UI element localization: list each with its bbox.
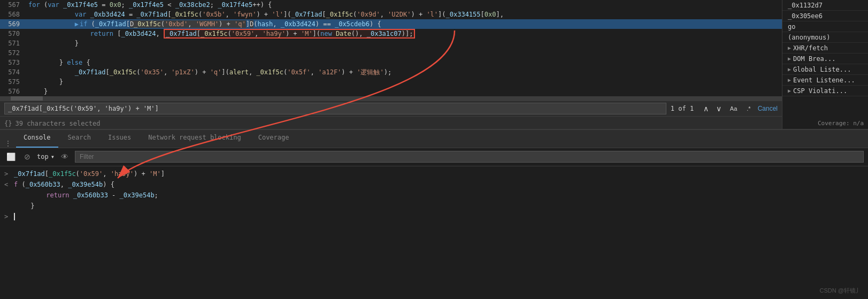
right-panel: _0x1132d7 _0x305ee6 go (anonymous) ▶ XHR… [782, 0, 868, 129]
devtools-menu-icon[interactable]: ⋮ [4, 139, 12, 148]
code-line-569: 569 ▶if (_0x7f1ad[D_0x1f5c('0xbd', 'WGMH… [0, 19, 782, 29]
code-line-573: 573 } else { [0, 58, 782, 67]
search-input[interactable] [4, 103, 666, 114]
search-count: 1 of 1 [671, 105, 697, 112]
chevron-right-icon: ▶ [788, 88, 791, 94]
tab-console[interactable]: Console [16, 128, 58, 148]
right-item-label: Global Liste... [793, 66, 851, 73]
tab-label: Issues [108, 134, 131, 141]
line-content: var _0xb3d424 = _0x7f1ad[_0x1f5c('0x5b',… [24, 11, 782, 18]
chars-selected-bar: {} 39 characters selected [0, 117, 782, 129]
code-line-574: 574 _0x7f1ad[_0x1f5c('0x35', 'p1xZ') + '… [0, 67, 782, 77]
code-line-567: 567 for (var _0x17f4e5 = 0x0; _0x17f4e5 … [0, 0, 782, 10]
console-toolbar: ⬜ ⊘ top ▾ 👁 [0, 148, 868, 166]
line-number: 575 [0, 78, 24, 86]
code-lines: 567 for (var _0x17f4e5 = 0x0; _0x17f4e5 … [0, 0, 782, 96]
output-prompt: < [4, 180, 11, 189]
chars-selected-text: 39 characters selected [15, 120, 100, 127]
console-output: > _0x7f1ad[_0x1f5c('0x59', 'ha9y') + 'M'… [0, 166, 868, 300]
right-item-label: XHR/fetch [793, 44, 828, 52]
line-content: } [24, 40, 782, 47]
right-item-csp[interactable]: ▶ CSP Violati... [782, 86, 868, 96]
search-down-button[interactable]: ∨ [715, 104, 723, 113]
right-item-xhr[interactable]: ▶ XHR/fetch [782, 43, 868, 53]
output-indent [4, 190, 12, 200]
tab-label: Console [24, 134, 51, 141]
line-number: 572 [0, 49, 24, 57]
line-content: } [24, 78, 782, 86]
console-output-line-1: < f (_0x560b33, _0x39e54b) { [0, 179, 868, 190]
search-bar: 1 of 1 ∧ ∨ Aa .* Cancel [0, 101, 782, 117]
right-item-dom-break[interactable]: ▶ DOM Brea... [782, 53, 868, 64]
horizontal-scrollbar[interactable] [0, 96, 782, 101]
line-content: ▶if (_0x7f1ad[D_0x1f5c('0xbd', 'WGMH') +… [24, 20, 782, 28]
console-output-text: f (_0x560b33, _0x39e54b) { [14, 180, 114, 189]
code-area: 567 for (var _0x17f4e5 = 0x0; _0x17f4e5 … [0, 0, 868, 129]
line-content: for (var _0x17f4e5 = 0x0; _0x17f4e5 < _0… [24, 1, 782, 9]
output-indent [4, 201, 12, 211]
right-item-0x305ee6: _0x305ee6 [782, 11, 868, 21]
line-content: } [24, 88, 782, 95]
filter-input[interactable] [75, 151, 864, 163]
line-number: 570 [0, 30, 24, 37]
chevron-right-icon: ▶ [788, 45, 791, 51]
eye-button[interactable]: 👁 [59, 151, 71, 162]
console-output-text: return _0x560b33 - _0x39e54b; [15, 190, 158, 200]
cancel-search-button[interactable]: Cancel [758, 105, 778, 112]
line-number: 574 [0, 68, 24, 76]
right-item-event-listener[interactable]: ▶ Event Listene... [782, 75, 868, 86]
line-number: 567 [0, 1, 24, 9]
line-content: } else { [24, 59, 782, 66]
regex-button[interactable]: .* [744, 104, 753, 113]
tabs-bar: ⋮ Console Search Issues Network request … [0, 129, 868, 148]
right-item-label: Event Listene... [793, 76, 855, 84]
line-content: _0x7f1ad[_0x1f5c('0x35', 'p1xZ') + 'q'](… [24, 68, 782, 77]
line-content: return [_0xb3d424, _0x7f1ad[_0x1f5c('0x5… [24, 29, 782, 39]
right-item-label: go [788, 23, 795, 30]
line-number: 568 [0, 11, 24, 18]
code-line-571: 571 } [0, 39, 782, 48]
tab-search[interactable]: Search [60, 128, 98, 148]
code-line-575: 575 } [0, 77, 782, 87]
console-output-line-2: return _0x560b33 - _0x39e54b; [0, 190, 868, 201]
new-input-prompt: > [4, 212, 11, 221]
console-output-line-3: } [0, 201, 868, 211]
tab-label: Network request blocking [148, 134, 241, 141]
sidebar-toggle-button[interactable]: ⬜ [4, 151, 18, 162]
input-prompt: > [4, 169, 11, 179]
console-output-text: } [15, 201, 34, 211]
right-item-label: _0x305ee6 [788, 12, 823, 20]
code-panel: 567 for (var _0x17f4e5 = 0x0; _0x17f4e5 … [0, 0, 782, 129]
right-item-label: (anonymous) [788, 34, 830, 41]
tab-coverage[interactable]: Coverage [251, 128, 297, 148]
match-case-button[interactable]: Aa [727, 104, 740, 113]
search-up-button[interactable]: ∧ [702, 104, 710, 113]
right-item-global-listener[interactable]: ▶ Global Liste... [782, 64, 868, 75]
clear-console-button[interactable]: ⊘ [22, 151, 33, 162]
right-item-label: DOM Brea... [793, 55, 835, 63]
context-selector[interactable]: top ▾ [37, 153, 55, 160]
console-input-text: _0x7f1ad[_0x1f5c('0x59', 'ha9y') + 'M'] [14, 169, 165, 179]
tab-label: Coverage [258, 134, 289, 141]
watermark: CSDN @轩镜丿 [820, 287, 862, 295]
context-arrow-icon: ▾ [51, 153, 55, 160]
coverage-text: Coverage: n/a [782, 118, 868, 129]
chevron-right-icon: ▶ [788, 56, 791, 62]
code-line-576: 576 } [0, 87, 782, 96]
context-label: top [37, 153, 49, 160]
tab-network-request-blocking[interactable]: Network request blocking [141, 128, 248, 148]
right-item-label: _0x1132d7 [788, 2, 823, 9]
brace-icon: {} [4, 120, 12, 127]
scrollbar-thumb[interactable] [11, 96, 43, 101]
code-line-568: 568 var _0xb3d424 = _0x7f1ad[_0x1f5c('0x… [0, 10, 782, 19]
line-number: 569 [0, 20, 24, 28]
console-input-line: > _0x7f1ad[_0x1f5c('0x59', 'ha9y') + 'M'… [0, 168, 868, 179]
right-item-label: CSP Violati... [793, 87, 847, 95]
tab-issues[interactable]: Issues [101, 128, 139, 148]
right-item-go: go [782, 21, 868, 32]
line-number: 571 [0, 40, 24, 47]
console-new-prompt-line[interactable]: > [0, 211, 868, 222]
chevron-right-icon: ▶ [788, 66, 791, 72]
code-line-570: 570 return [_0xb3d424, _0x7f1ad[_0x1f5c(… [0, 29, 782, 39]
code-line-572: 572 [0, 48, 782, 58]
